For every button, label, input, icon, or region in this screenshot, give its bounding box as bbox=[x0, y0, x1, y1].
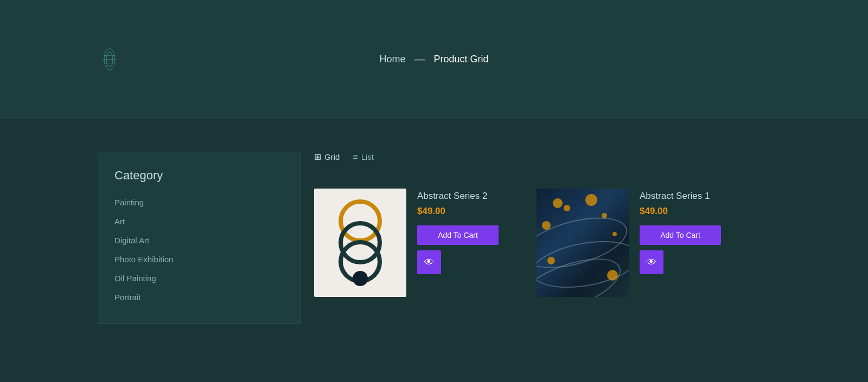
sidebar-item-photo-exhibition[interactable]: Photo Exhibition bbox=[114, 255, 284, 264]
logo-area bbox=[98, 44, 122, 74]
product-info-abstract-series-2: Abstract Series 2 $49.00 Add To Cart 👁 bbox=[417, 189, 520, 274]
sidebar-item-oil-painting[interactable]: Oil Painting bbox=[114, 274, 284, 283]
splatter3 bbox=[585, 194, 597, 206]
rings-artwork bbox=[330, 199, 390, 286]
product-image-abstract-series-1 bbox=[537, 189, 629, 297]
list-icon: ≡ bbox=[353, 152, 358, 162]
logo-icon bbox=[98, 44, 122, 74]
hero-header: Home — Product Grid bbox=[0, 0, 868, 119]
product-image-abstract-series-2 bbox=[314, 189, 406, 297]
sidebar-box: Category Painting Art Digital Art Photo … bbox=[98, 152, 301, 324]
splatter2 bbox=[564, 205, 570, 211]
product-name-abstract-series-2: Abstract Series 2 bbox=[417, 191, 520, 202]
sidebar-item-art[interactable]: Art bbox=[114, 217, 284, 226]
grid-view-button[interactable]: ⊞ Grid bbox=[314, 152, 340, 162]
breadcrumb-current-page: Product Grid bbox=[433, 54, 488, 65]
sidebar: Category Painting Art Digital Art Photo … bbox=[98, 152, 301, 360]
breadcrumb-separator: — bbox=[414, 53, 425, 66]
product-name-abstract-series-1: Abstract Series 1 bbox=[640, 191, 743, 202]
breadcrumb: Home — Product Grid bbox=[379, 53, 488, 66]
product-area: ⊞ Grid ≡ List bbox=[301, 152, 770, 360]
product-price-abstract-series-1: $49.00 bbox=[640, 206, 743, 217]
ring-ball bbox=[353, 271, 368, 286]
grid-label: Grid bbox=[324, 152, 340, 161]
view-divider bbox=[314, 172, 770, 172]
eye-icon: 👁 bbox=[424, 257, 434, 268]
product-card-abstract-series-1: Abstract Series 1 $49.00 Add To Cart 👁 bbox=[537, 189, 743, 297]
main-content: Category Painting Art Digital Art Photo … bbox=[0, 119, 868, 382]
eye-icon-2: 👁 bbox=[647, 257, 656, 268]
sidebar-item-digital-art[interactable]: Digital Art bbox=[114, 236, 284, 245]
splatter1 bbox=[553, 198, 563, 208]
product-grid: Abstract Series 2 $49.00 Add To Cart 👁 bbox=[314, 189, 770, 297]
sidebar-item-portrait[interactable]: Portrait bbox=[114, 293, 284, 302]
product-info-abstract-series-1: Abstract Series 1 $49.00 Add To Cart 👁 bbox=[640, 189, 743, 274]
view-toggle: ⊞ Grid ≡ List bbox=[314, 152, 770, 162]
quick-view-button-abstract-series-1[interactable]: 👁 bbox=[640, 250, 663, 274]
breadcrumb-home[interactable]: Home bbox=[379, 54, 405, 65]
sidebar-title: Category bbox=[114, 169, 284, 183]
quick-view-button-abstract-series-2[interactable]: 👁 bbox=[417, 250, 441, 274]
product-price-abstract-series-2: $49.00 bbox=[417, 206, 520, 217]
sidebar-item-painting[interactable]: Painting bbox=[114, 198, 284, 207]
add-to-cart-button-abstract-series-2[interactable]: Add To Cart bbox=[417, 225, 499, 245]
category-list: Painting Art Digital Art Photo Exhibitio… bbox=[114, 198, 284, 302]
product-card-abstract-series-2: Abstract Series 2 $49.00 Add To Cart 👁 bbox=[314, 189, 520, 297]
add-to-cart-button-abstract-series-1[interactable]: Add To Cart bbox=[640, 225, 721, 245]
list-label: List bbox=[361, 152, 374, 161]
list-view-button[interactable]: ≡ List bbox=[353, 152, 374, 162]
grid-icon: ⊞ bbox=[314, 152, 321, 162]
